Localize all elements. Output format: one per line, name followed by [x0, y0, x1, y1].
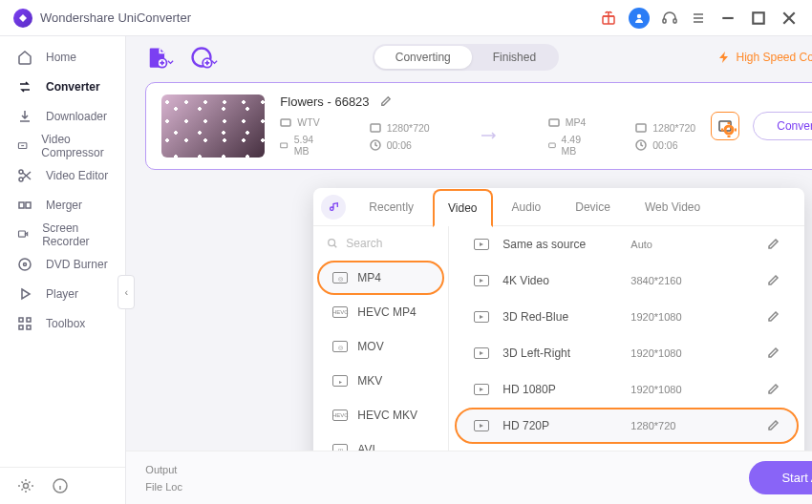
clock-icon — [370, 139, 381, 151]
edit-preset-icon[interactable] — [766, 310, 780, 324]
file-card: Flowers - 66823 WTV 5.94 MB 1280*720 00:… — [145, 82, 812, 170]
tab-video[interactable]: Video — [433, 189, 492, 227]
tab-recently[interactable]: Recently — [353, 188, 429, 226]
svg-rect-13 — [19, 318, 23, 322]
info-icon[interactable] — [52, 477, 69, 494]
preset-resolution: 3840*2160 — [630, 275, 753, 286]
svg-rect-22 — [281, 119, 290, 126]
format-icon: ▸ — [332, 375, 348, 387]
video-thumbnail[interactable] — [161, 94, 265, 158]
edit-preset-icon[interactable] — [766, 383, 780, 396]
sidebar-item-compressor[interactable]: Video Compressor — [0, 131, 125, 160]
sidebar-item-label: Downloader — [46, 110, 107, 123]
output-settings-button[interactable] — [711, 112, 739, 140]
scissors-icon — [17, 168, 32, 183]
preset-resolution: 1280*720 — [630, 420, 753, 431]
settings-icon[interactable] — [17, 477, 34, 494]
sidebar-item-player[interactable]: Player — [0, 279, 125, 308]
convert-button[interactable]: Convert — [753, 112, 812, 140]
sidebar-item-label: Toolbox — [46, 317, 85, 330]
sidebar-item-toolbox[interactable]: Toolbox — [0, 308, 125, 338]
resolution-icon — [635, 122, 647, 134]
sidebar-item-converter[interactable]: Converter — [0, 72, 125, 101]
sidebar-item-home[interactable]: Home — [0, 42, 125, 72]
sidebar-item-label: Merger — [46, 199, 82, 212]
svg-point-32 — [329, 240, 335, 246]
seg-converting[interactable]: Converting — [374, 46, 472, 69]
sidebar-item-label: Screen Recorder — [42, 221, 108, 248]
sidebar-item-label: Converter — [46, 80, 100, 94]
edit-preset-icon[interactable] — [766, 238, 780, 251]
svg-rect-3 — [673, 19, 676, 23]
sidebar-item-label: Video Compressor — [41, 133, 108, 159]
svg-point-12 — [24, 262, 27, 265]
edit-preset-icon[interactable] — [766, 346, 780, 360]
content-area: ‹ Converting Finished High Speed Convers… — [126, 36, 812, 504]
video-icon — [474, 275, 489, 286]
preset-resolution: Auto — [630, 239, 753, 250]
tab-audio[interactable]: Audio — [497, 188, 557, 226]
sidebar: Home Converter Downloader Video Compress… — [0, 36, 126, 504]
add-folder-button[interactable] — [189, 45, 214, 70]
preset-name: HD 1080P — [502, 383, 617, 396]
edit-preset-icon[interactable] — [766, 419, 780, 432]
preset-name: 3D Left-Right — [502, 346, 617, 360]
sidebar-item-label: Video Editor — [46, 169, 108, 182]
svg-point-17 — [24, 484, 29, 489]
preset-item[interactable]: HD 720P1280*720 — [455, 408, 799, 444]
sidebar-item-editor[interactable]: Video Editor — [0, 160, 125, 190]
format-item-mp4[interactable]: ◎MP4 — [317, 261, 444, 295]
fmt-label: MOV — [357, 340, 383, 353]
high-speed-toggle[interactable]: High Speed Conversion — [717, 51, 813, 64]
sidebar-item-label: Player — [46, 287, 78, 301]
minimize-button[interactable] — [718, 9, 737, 28]
add-file-button[interactable] — [145, 45, 170, 70]
gift-icon[interactable] — [600, 10, 617, 27]
sidebar-collapse-handle[interactable]: ‹ — [118, 275, 135, 309]
footer: Output File Loc Start All — [126, 451, 812, 504]
preset-name: HD 720P — [502, 419, 617, 432]
start-all-button[interactable]: Start All — [749, 461, 812, 494]
headset-icon[interactable] — [661, 10, 678, 27]
edit-preset-icon[interactable] — [766, 274, 780, 287]
format-item-hevcmp4[interactable]: HEVCHEVC MP4 — [317, 295, 444, 329]
svg-rect-4 — [753, 12, 763, 23]
svg-rect-15 — [19, 326, 23, 329]
edit-name-icon[interactable] — [379, 95, 392, 108]
preset-item[interactable]: 4K Video3840*2160 — [455, 262, 799, 299]
sidebar-item-dvd[interactable]: DVD Burner — [0, 249, 125, 279]
tab-web[interactable]: Web Video — [630, 188, 716, 226]
menu-icon[interactable] — [690, 10, 707, 27]
close-button[interactable] — [780, 9, 799, 28]
format-search[interactable]: Search — [313, 226, 448, 261]
sidebar-item-downloader[interactable]: Downloader — [0, 101, 125, 131]
tab-device[interactable]: Device — [560, 188, 626, 226]
toolbar: Converting Finished High Speed Conversio… — [126, 36, 812, 78]
maximize-button[interactable] — [749, 9, 768, 28]
sidebar-item-merger[interactable]: Merger — [0, 190, 125, 220]
format-item-mkv[interactable]: ▸MKV — [317, 364, 444, 398]
arrow-icon — [480, 130, 499, 144]
svg-rect-14 — [27, 318, 31, 322]
user-avatar[interactable] — [629, 8, 650, 29]
format-icon: HEVC — [332, 410, 348, 421]
folder-icon — [548, 139, 556, 151]
recorder-icon — [17, 227, 29, 242]
sidebar-item-recorder[interactable]: Screen Recorder — [0, 220, 125, 249]
format-item-hevcmkv[interactable]: HEVCHEVC MKV — [317, 398, 444, 432]
preset-item[interactable]: HD 1080P1920*1080 — [455, 371, 799, 408]
music-tab-icon[interactable] — [321, 195, 346, 220]
dst-res: 1280*720 — [652, 122, 695, 134]
preset-item[interactable]: 3D Red-Blue1920*1080 — [455, 299, 799, 335]
format-item-mov[interactable]: ◎MOV — [317, 329, 444, 364]
hs-label: High Speed Conversion — [737, 51, 813, 64]
folder-icon — [280, 116, 291, 128]
seg-finished[interactable]: Finished — [472, 46, 557, 69]
segment-control: Converting Finished — [373, 44, 559, 71]
preset-item[interactable]: Same as sourceAuto — [455, 226, 799, 262]
resolution-icon — [370, 122, 381, 134]
svg-rect-2 — [663, 19, 666, 23]
src-dur: 00:06 — [387, 139, 412, 151]
preset-item[interactable]: 3D Left-Right1920*1080 — [455, 335, 799, 371]
sidebar-item-label: DVD Burner — [46, 258, 108, 271]
